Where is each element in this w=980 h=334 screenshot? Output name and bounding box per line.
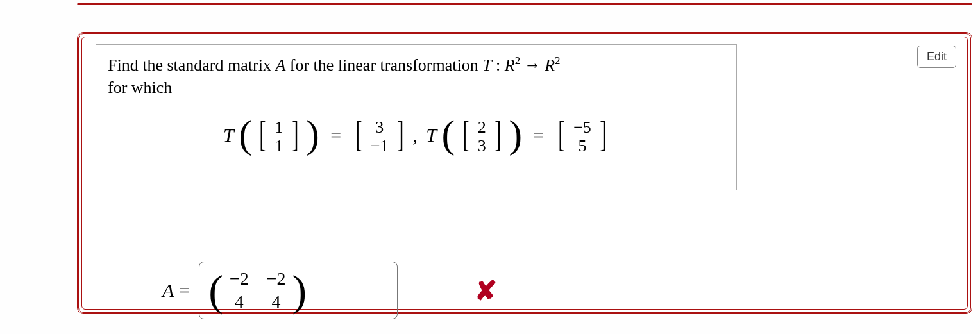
v1-top: 1 [274, 119, 285, 137]
lparen-icon: ( [441, 112, 455, 156]
lbracket-icon: [ [355, 110, 362, 159]
rbracket-icon: ] [600, 110, 607, 159]
matrix-variable: A [275, 56, 285, 74]
answer-matrix: −2 −2 4 4 [223, 267, 292, 313]
domain-base: R [505, 56, 515, 74]
r2-bot: 5 [572, 137, 593, 156]
rbracket-icon: ] [292, 110, 298, 159]
vector-v2: 2 3 [477, 119, 487, 155]
prompt-tail: for which [108, 78, 172, 97]
vector-r2: −5 5 [572, 119, 593, 155]
colon: : [492, 56, 505, 74]
answer-eq: = [174, 280, 195, 301]
matrix-rparen-icon: ) [292, 273, 307, 308]
v2-top: 2 [477, 119, 487, 137]
answer-var: A [162, 280, 174, 301]
edit-button[interactable]: Edit [917, 46, 956, 68]
map-variable: T [482, 56, 491, 74]
r2-top: −5 [572, 119, 593, 137]
rparen-icon: ) [306, 112, 319, 156]
answer-area: A = ( −2 −2 4 4 ) ✘ [162, 262, 497, 319]
equals-1: = [324, 124, 348, 146]
r1-top: 3 [369, 119, 390, 137]
equation-row: T ( [ 1 1 ] ) = [ 3 −1 ] , T ( [ 2 3 ] [108, 110, 725, 164]
transform-T-2: T [426, 124, 437, 146]
v2-bot: 3 [477, 137, 487, 156]
codomain-exp: 2 [555, 54, 560, 67]
lbracket-icon: [ [558, 110, 564, 159]
m-d: 4 [267, 292, 286, 312]
question-prompt: Find the standard matrix A for the linea… [108, 54, 725, 99]
m-b: −2 [267, 269, 286, 289]
vector-v1: 1 1 [274, 119, 285, 155]
rparen-icon: ) [509, 112, 522, 156]
equals-2: = [527, 124, 551, 146]
m-a: −2 [230, 269, 249, 289]
arrow-icon: → [520, 56, 545, 74]
matrix-lparen-icon: ( [208, 273, 223, 308]
comma: , [411, 124, 421, 146]
incorrect-icon: ✘ [475, 275, 497, 306]
top-divider [77, 3, 972, 5]
m-c: 4 [230, 292, 249, 312]
domain-exp: 2 [515, 54, 520, 67]
question-box: Find the standard matrix A for the linea… [96, 44, 737, 190]
codomain-base: R [545, 56, 555, 74]
lparen-icon: ( [239, 112, 252, 156]
prompt-pre: Find the standard matrix [108, 56, 275, 74]
answer-input[interactable]: ( −2 −2 4 4 ) [199, 262, 398, 319]
r1-bot: −1 [369, 137, 390, 156]
rbracket-icon: ] [397, 110, 403, 159]
prompt-mid: for the linear transformation [285, 56, 482, 74]
v1-bot: 1 [274, 137, 285, 156]
problem-card: Edit Find the standard matrix A for the … [77, 32, 972, 314]
vector-r1: 3 −1 [369, 119, 390, 155]
lbracket-icon: [ [462, 110, 469, 159]
transform-T-1: T [223, 124, 234, 146]
rbracket-icon: ] [494, 110, 501, 159]
lbracket-icon: [ [260, 110, 266, 159]
